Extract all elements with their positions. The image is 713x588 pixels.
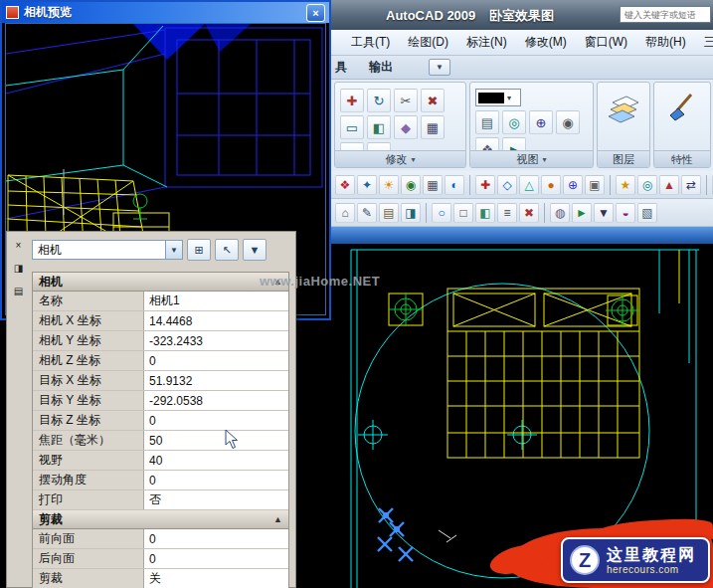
ribbon-tab-2[interactable]: 输出 (369, 59, 393, 76)
toolbar-icon-27[interactable]: ✖ (519, 203, 539, 223)
property-value[interactable]: -292.0538 (144, 391, 288, 410)
modify-panel-title: 修改 (385, 152, 407, 167)
toolbar-icon-9[interactable]: △ (519, 175, 539, 195)
toolbar-icon-25[interactable]: ◧ (475, 203, 495, 223)
toolbar-icon-6[interactable]: ◐ (445, 175, 464, 195)
toolbar-icon-16[interactable]: ⇄ (681, 175, 701, 195)
select-objects-button[interactable]: ↖ (215, 239, 239, 261)
toolbar-icon-3[interactable]: ☀ (379, 175, 399, 195)
toolbar-icon-23[interactable]: ○ (432, 203, 451, 223)
view-panel-label[interactable]: 视图 ▾ (470, 150, 593, 167)
toolbar-icon-21[interactable]: ▤ (379, 203, 399, 223)
menu-item-6[interactable]: 帮助(H) (636, 30, 695, 55)
paintbrush-icon[interactable] (665, 91, 699, 124)
toolbar-icon-5[interactable]: ▦ (423, 175, 443, 195)
toolbar-options-chevron-icon[interactable]: ▼ (429, 59, 450, 76)
property-label: 目标 Y 坐标 (33, 391, 144, 410)
array-icon[interactable]: ▦ (421, 115, 445, 139)
property-row: 目标 Y 坐标-292.0538 (33, 391, 288, 411)
property-value[interactable]: 关 (144, 569, 288, 588)
property-value[interactable]: 40 (144, 451, 288, 470)
object-type-dropdown[interactable]: 相机 ▼ (32, 240, 183, 260)
layers-icon[interactable] (607, 91, 640, 124)
toolbar-icon-32[interactable]: ▧ (637, 203, 657, 223)
property-value[interactable]: 否 (144, 490, 288, 509)
property-value[interactable]: 50 (144, 431, 288, 450)
property-value[interactable]: 51.9132 (144, 371, 288, 390)
camera-preview-title: 相机预览 (24, 4, 301, 21)
toolbar-icon-13[interactable]: ★ (616, 175, 635, 195)
toolbar-icon-24[interactable]: □ (453, 203, 473, 223)
menu-item-1[interactable]: 工具(T) (342, 30, 399, 55)
toolbar-icon-1[interactable]: ❖ (335, 175, 355, 195)
search-input[interactable] (623, 9, 708, 21)
view-expand-icon[interactable]: ▾ (542, 155, 546, 164)
property-value[interactable]: 0 (144, 471, 288, 490)
color-control-dropdown[interactable]: ▾ (475, 89, 521, 106)
toolbar-icon-14[interactable]: ◎ (637, 175, 657, 195)
ribbon-tab-1[interactable]: 具 (335, 59, 347, 76)
ribbon-panel-properties: 特性 (653, 82, 711, 168)
toolbar-icon-11[interactable]: ⊕ (563, 175, 583, 195)
property-value[interactable]: 0 (144, 549, 288, 568)
menu-item-3[interactable]: 标注(N) (457, 30, 516, 55)
property-value[interactable]: 14.4468 (144, 311, 288, 330)
toolbar-icon-22[interactable]: ◨ (401, 203, 421, 223)
layers-panel-label[interactable]: 图层 (598, 150, 649, 167)
toolbar-icon-15[interactable]: ▲ (659, 175, 679, 195)
menu-item-2[interactable]: 绘图(D) (399, 30, 457, 55)
property-section-header[interactable]: 剪裁▲ (33, 510, 288, 529)
properties-panel-label[interactable]: 特性 (654, 150, 710, 167)
move-icon[interactable]: ✚ (340, 89, 364, 112)
ribbon-panel-layers: 图层 (597, 82, 650, 168)
property-label: 打印 (33, 490, 144, 509)
quick-select-button[interactable]: ▼ (243, 239, 267, 261)
property-value[interactable]: -323.2433 (144, 331, 288, 350)
toolbar-icon-4[interactable]: ◉ (401, 175, 421, 195)
toolbar-icon-2[interactable]: ✦ (357, 175, 377, 195)
toolbar-icon-26[interactable]: ≡ (497, 203, 517, 223)
erase-icon[interactable]: ✖ (421, 89, 445, 112)
property-label: 剪裁 (33, 569, 144, 588)
toolbar-icon-31[interactable]: ◒ (616, 203, 635, 223)
orbit-icon[interactable]: ◎ (502, 110, 526, 134)
zoom-icon[interactable]: ◉ (556, 110, 580, 134)
toolbar-icon-29[interactable]: ► (572, 203, 592, 223)
toolbar-icon-19[interactable]: ⌂ (335, 203, 355, 223)
palette-menu-icon[interactable]: ▤ (10, 283, 27, 299)
property-value[interactable]: 相机1 (144, 292, 288, 310)
toolbar-icon-30[interactable]: ▼ (594, 203, 614, 223)
property-value[interactable]: 0 (144, 529, 288, 548)
mirror-icon[interactable]: ◧ (367, 115, 391, 139)
copy-icon[interactable]: ▭ (340, 115, 364, 139)
property-row: 前向面0 (33, 529, 288, 549)
property-value[interactable]: 0 (144, 351, 288, 370)
camera-preview-titlebar[interactable]: 相机预览 × (2, 2, 329, 23)
toolbar-icon-12[interactable]: ▣ (585, 175, 605, 195)
palette-autohide-icon[interactable]: ◨ (10, 260, 27, 277)
chevron-down-icon[interactable]: ▼ (165, 241, 182, 259)
close-icon[interactable]: × (306, 4, 325, 22)
trim-icon[interactable]: ✂ (394, 89, 418, 112)
fillet-icon[interactable]: ◆ (394, 115, 418, 139)
toggle-pickadd-button[interactable]: ⊞ (187, 239, 211, 261)
toolbar-icon-20[interactable]: ✎ (357, 203, 377, 223)
named-views-icon[interactable]: ▤ (475, 110, 499, 134)
rotate-icon[interactable]: ↻ (367, 89, 391, 112)
modify-expand-icon[interactable]: ▾ (411, 155, 415, 164)
palette-close-icon[interactable]: × (10, 237, 27, 254)
menu-item-5[interactable]: 窗口(W) (576, 30, 636, 55)
pan-icon[interactable]: ⊕ (529, 110, 553, 134)
property-label: 前向面 (33, 529, 144, 548)
toolbar-icon-10[interactable]: ● (541, 175, 561, 195)
menu-item-4[interactable]: 修改(M) (516, 30, 576, 55)
property-section-header[interactable]: 相机▲ (33, 273, 288, 292)
app-name: AutoCAD 2009 (386, 8, 475, 23)
toolbar-icon-8[interactable]: ◇ (497, 175, 517, 195)
property-value[interactable]: 0 (144, 411, 288, 430)
menu-item-7[interactable]: 三 (695, 30, 713, 55)
modify-panel-label[interactable]: 修改 ▾ (335, 150, 465, 167)
toolbar-icon-28[interactable]: ◍ (550, 203, 570, 223)
collapse-icon[interactable]: ▲ (273, 514, 282, 524)
toolbar-icon-7[interactable]: ✚ (475, 175, 495, 195)
